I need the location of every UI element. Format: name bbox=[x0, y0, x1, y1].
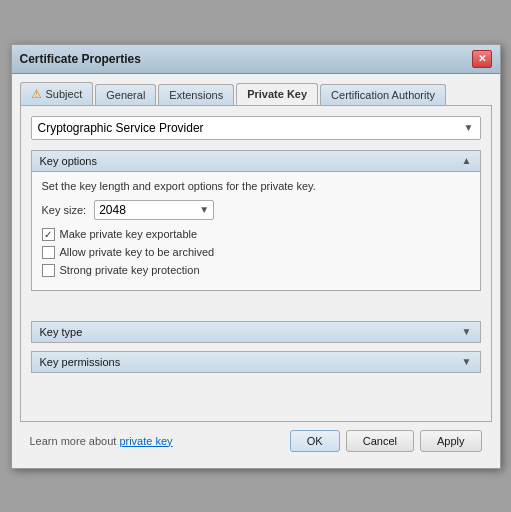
dialog-content: ⚠ Subject General Extensions Private Key… bbox=[12, 74, 500, 468]
csp-dropdown-value: Cryptographic Service Provider bbox=[38, 121, 204, 135]
key-type-section[interactable]: Key type ▼ bbox=[31, 321, 481, 343]
key-options-arrow: ▲ bbox=[462, 155, 472, 166]
key-size-arrow: ▼ bbox=[199, 204, 209, 215]
key-size-label: Key size: bbox=[42, 204, 87, 216]
cancel-button[interactable]: Cancel bbox=[346, 430, 414, 452]
tab-extensions-label: Extensions bbox=[169, 89, 223, 101]
footer: Learn more about private key OK Cancel A… bbox=[20, 422, 492, 460]
tab-general-label: General bbox=[106, 89, 145, 101]
checkbox-protection-label: Strong private key protection bbox=[60, 264, 200, 276]
window-title: Certificate Properties bbox=[20, 52, 141, 66]
csp-dropdown-arrow: ▼ bbox=[464, 122, 474, 133]
spacer2 bbox=[31, 381, 481, 411]
checkbox-archive-label: Allow private key to be archived bbox=[60, 246, 215, 258]
checkbox-archive-row: Allow private key to be archived bbox=[42, 246, 470, 259]
tab-bar: ⚠ Subject General Extensions Private Key… bbox=[20, 82, 492, 106]
tab-subject[interactable]: ⚠ Subject bbox=[20, 82, 94, 105]
tab-subject-label: Subject bbox=[46, 88, 83, 100]
key-size-value: 2048 bbox=[99, 203, 126, 217]
private-key-link[interactable]: private key bbox=[119, 435, 172, 447]
close-button[interactable]: ✕ bbox=[472, 50, 492, 68]
checkbox-exportable[interactable] bbox=[42, 228, 55, 241]
title-bar: Certificate Properties ✕ bbox=[12, 45, 500, 74]
tab-extensions[interactable]: Extensions bbox=[158, 84, 234, 105]
certificate-properties-window: Certificate Properties ✕ ⚠ Subject Gener… bbox=[11, 44, 501, 469]
checkbox-archive[interactable] bbox=[42, 246, 55, 259]
csp-dropdown-container: Cryptographic Service Provider ▼ bbox=[31, 116, 481, 140]
key-options-label: Key options bbox=[40, 155, 97, 167]
tab-general[interactable]: General bbox=[95, 84, 156, 105]
main-panel: Cryptographic Service Provider ▼ Key opt… bbox=[20, 106, 492, 422]
key-options-description: Set the key length and export options fo… bbox=[42, 180, 470, 192]
key-options-body: Set the key length and export options fo… bbox=[31, 172, 481, 291]
ok-button[interactable]: OK bbox=[290, 430, 340, 452]
key-permissions-arrow: ▼ bbox=[462, 356, 472, 367]
tab-certification-authority-label: Certification Authority bbox=[331, 89, 435, 101]
key-size-row: Key size: 2048 ▼ bbox=[42, 200, 470, 220]
apply-button[interactable]: Apply bbox=[420, 430, 482, 452]
learn-more: Learn more about private key bbox=[30, 435, 173, 447]
key-options-header[interactable]: Key options ▲ bbox=[31, 150, 481, 172]
learn-more-text: Learn more about bbox=[30, 435, 120, 447]
checkbox-protection[interactable] bbox=[42, 264, 55, 277]
tab-private-key[interactable]: Private Key bbox=[236, 83, 318, 105]
key-permissions-section[interactable]: Key permissions ▼ bbox=[31, 351, 481, 373]
key-size-dropdown[interactable]: 2048 ▼ bbox=[94, 200, 214, 220]
checkbox-protection-row: Strong private key protection bbox=[42, 264, 470, 277]
csp-dropdown[interactable]: Cryptographic Service Provider ▼ bbox=[31, 116, 481, 140]
tab-certification-authority[interactable]: Certification Authority bbox=[320, 84, 446, 105]
key-type-arrow: ▼ bbox=[462, 326, 472, 337]
checkbox-exportable-label: Make private key exportable bbox=[60, 228, 198, 240]
checkbox-exportable-row: Make private key exportable bbox=[42, 228, 470, 241]
spacer1 bbox=[31, 301, 481, 321]
warning-icon: ⚠ bbox=[31, 87, 42, 101]
button-group: OK Cancel Apply bbox=[290, 430, 482, 452]
key-permissions-label: Key permissions bbox=[40, 356, 121, 368]
tab-private-key-label: Private Key bbox=[247, 88, 307, 100]
key-type-label: Key type bbox=[40, 326, 83, 338]
